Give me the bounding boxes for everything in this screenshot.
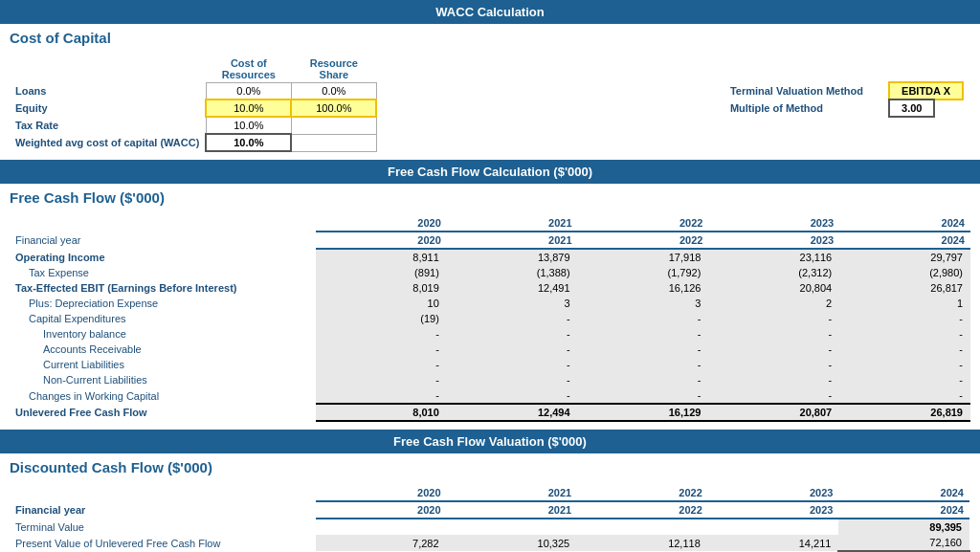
fcf-data-cell: - bbox=[447, 372, 578, 387]
multiple-value: 3.00 bbox=[888, 99, 935, 118]
fcf-data-cell: - bbox=[578, 372, 709, 387]
dcf-calc-header: Free Cash Flow Valuation ($'000) bbox=[0, 430, 980, 453]
fcf-data-cell: 2 bbox=[708, 296, 839, 311]
fcf-row-label: Plus: Depreciation Expense bbox=[10, 296, 316, 311]
fcf-data-cell: 12,494 bbox=[447, 404, 578, 421]
fcf-data-cell: 20,807 bbox=[708, 404, 839, 421]
wacc-share-cell: 100.0% bbox=[291, 99, 376, 117]
fcf-data-cell: 8,019 bbox=[316, 280, 447, 296]
fcf-table-row: Current Liabilities----- bbox=[10, 357, 970, 372]
fcf-data-cell: - bbox=[578, 387, 709, 404]
dcf-data-cell bbox=[447, 519, 578, 535]
fcf-calc-header: Free Cash Flow Calculation ($'000) bbox=[0, 160, 980, 184]
dcf-year-cell: 2023 bbox=[708, 501, 839, 519]
dcf-year-cell: 2024 bbox=[838, 501, 969, 519]
fcf-table-row: Inventory balance----- bbox=[10, 326, 970, 342]
fcf-year-header: 2020 bbox=[316, 215, 447, 232]
fcf-data-cell: - bbox=[839, 357, 970, 372]
fcf-data-cell: 17,918 bbox=[578, 249, 709, 265]
col-cost-resources: Cost ofResources bbox=[206, 55, 291, 83]
fcf-row-label: Financial year bbox=[10, 232, 316, 249]
wacc-cost-cell: 0.0% bbox=[206, 83, 291, 100]
dcf-table-row: Financial year20202021202220232024 bbox=[10, 501, 969, 519]
fcf-data-cell: - bbox=[708, 311, 839, 326]
fcf-data-cell: - bbox=[316, 387, 447, 404]
dcf-title: Discounted Cash Flow ($'000) bbox=[0, 453, 980, 477]
wacc-row-label: Loans bbox=[10, 83, 206, 100]
fcf-table-row: Accounts Receivable----- bbox=[10, 342, 970, 357]
terminal-method-label: Terminal Valuation Method bbox=[724, 83, 869, 100]
fcf-row-label: Accounts Receivable bbox=[10, 342, 316, 357]
dcf-data-cell: 89,395 bbox=[838, 519, 969, 535]
wacc-share-cell bbox=[291, 117, 376, 134]
fcf-row-label: Current Liabilities bbox=[10, 357, 316, 372]
dcf-row-label: Present Value of Unlevered Free Cash Flo… bbox=[10, 535, 316, 551]
dcf-data-cell bbox=[708, 519, 839, 535]
fcf-year-header: 2024 bbox=[839, 215, 970, 232]
dcf-year-header: 2023 bbox=[708, 485, 839, 501]
fcf-data-cell: 8,010 bbox=[316, 404, 447, 421]
dcf-year-cell: 2020 bbox=[316, 501, 447, 519]
fcf-data-cell: - bbox=[447, 326, 578, 342]
fcf-year-cell: 2024 bbox=[839, 232, 970, 249]
fcf-year-header: 2023 bbox=[708, 215, 839, 232]
fcf-table-row: Operating Income8,91113,87917,91823,1162… bbox=[10, 249, 970, 265]
fcf-title: Free Cash Flow ($'000) bbox=[0, 184, 980, 208]
wacc-cost-cell: 10.0% bbox=[206, 134, 291, 151]
fcf-data-cell: - bbox=[708, 357, 839, 372]
fcf-data-cell: (2,980) bbox=[839, 265, 970, 280]
fcf-table-row: Capital Expenditures(19)---- bbox=[10, 311, 970, 326]
fcf-data-cell: - bbox=[839, 326, 970, 342]
dcf-year-cell: 2022 bbox=[577, 501, 708, 519]
fcf-data-cell: (2,312) bbox=[708, 265, 839, 280]
fcf-data-cell: 3 bbox=[447, 296, 578, 311]
fcf-data-cell: - bbox=[839, 372, 970, 387]
fcf-row-label: Inventory balance bbox=[10, 326, 316, 342]
fcf-data-cell: 16,126 bbox=[578, 280, 709, 296]
fcf-data-cell: - bbox=[708, 342, 839, 357]
wacc-row-label: Tax Rate bbox=[10, 117, 206, 134]
fcf-table-row: Tax-Effected EBIT (Earnings Before Inter… bbox=[10, 280, 970, 296]
fcf-row-label: Tax Expense bbox=[10, 265, 316, 280]
fcf-data-cell: 13,879 bbox=[447, 249, 578, 265]
wacc-cost-cell: 10.0% bbox=[206, 117, 291, 134]
dcf-data-cell bbox=[577, 519, 708, 535]
dcf-table-row: Present Value of Unlevered Free Cash Flo… bbox=[10, 535, 969, 551]
fcf-data-cell: 26,817 bbox=[839, 280, 970, 296]
fcf-year-header: 2022 bbox=[578, 215, 709, 232]
fcf-row-label: Non-Current Liabilities bbox=[10, 372, 316, 387]
dcf-data-cell bbox=[316, 519, 447, 535]
fcf-year-cell: 2021 bbox=[447, 232, 578, 249]
fcf-data-cell: - bbox=[578, 311, 709, 326]
fcf-data-cell: 16,129 bbox=[578, 404, 709, 421]
fcf-table-row: Changes in Working Capital----- bbox=[10, 387, 970, 404]
fcf-row-label: Tax-Effected EBIT (Earnings Before Inter… bbox=[10, 280, 316, 296]
fcf-data-cell: - bbox=[316, 372, 447, 387]
fcf-data-cell: (19) bbox=[316, 311, 447, 326]
wacc-row-label: Equity bbox=[10, 99, 206, 117]
dcf-data-cell: 7,282 bbox=[316, 535, 447, 551]
dcf-data-cell: 72,160 bbox=[838, 535, 969, 551]
wacc-calc-header: WACC Calculation bbox=[0, 0, 980, 24]
wacc-table: Cost ofResources ResourceShare Loans 0.0… bbox=[10, 55, 970, 152]
dcf-data-cell: 14,211 bbox=[708, 535, 839, 551]
fcf-data-cell: - bbox=[447, 357, 578, 372]
dcf-row-label: Financial year bbox=[10, 501, 316, 519]
fcf-data-cell: - bbox=[447, 342, 578, 357]
fcf-data-cell: - bbox=[708, 387, 839, 404]
fcf-year-cell: 2020 bbox=[316, 232, 447, 249]
fcf-data-cell: - bbox=[578, 342, 709, 357]
fcf-data-cell: 12,491 bbox=[447, 280, 578, 296]
dcf-row-label: Terminal Value bbox=[10, 519, 316, 535]
fcf-table: 20202021202220232024 Financial year20202… bbox=[10, 215, 970, 422]
fcf-data-cell: 3 bbox=[578, 296, 709, 311]
fcf-data-cell: - bbox=[578, 326, 709, 342]
col-resource-share: ResourceShare bbox=[291, 55, 376, 83]
wacc-section: Cost ofResources ResourceShare Loans 0.0… bbox=[0, 48, 980, 160]
dcf-section: 20202021202220232024 Financial year20202… bbox=[0, 477, 980, 552]
dcf-table-row: Terminal Value89,395 bbox=[10, 519, 969, 535]
fcf-data-cell: (1,792) bbox=[578, 265, 709, 280]
fcf-data-cell: - bbox=[708, 326, 839, 342]
dcf-year-header: 2022 bbox=[577, 485, 708, 501]
fcf-data-cell: 1 bbox=[839, 296, 970, 311]
